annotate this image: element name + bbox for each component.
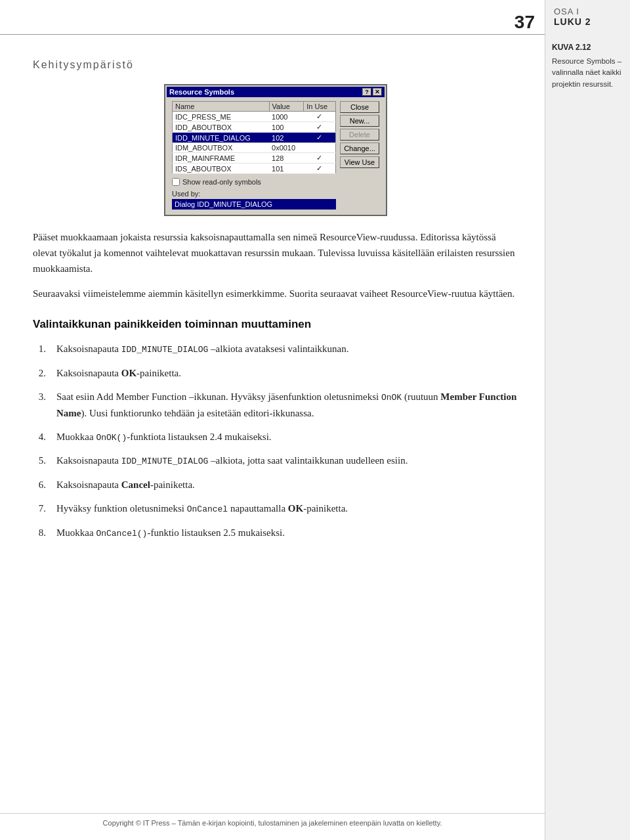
table-row[interactable]: IDR_MAINFRAME128✓ [173,153,336,164]
kuva-desc: Resource Symbols –valinnalla näet kaikki… [552,56,623,90]
dialog-close-btn[interactable]: ✕ [373,88,382,96]
list-text-part: ). Uusi funktiorunko tehdään ja esitetää… [81,408,314,418]
list-text-part: -funktio listauksen 2.5 mukaiseksi. [147,527,285,538]
list-text-part: -painiketta. [136,368,181,378]
list-content: Kaksoisnapauta OK-painiketta. [56,365,518,381]
list-text-part: -painiketta. [150,479,195,490]
list-text-part: –alkiota, jotta saat valintaikkunan uude… [208,455,408,466]
resource-inuse [304,143,336,153]
resource-inuse: ✓ [304,153,336,164]
table-row[interactable]: IDS_ABOUTBOX101✓ [173,164,336,174]
resource-inuse: ✓ [304,122,336,133]
list-text-part: (ruutuun [402,391,440,402]
col-name: Name [173,102,270,112]
list-item: 8.Muokkaa OnCancel()-funktio listauksen … [33,525,518,541]
dialog-help-btn[interactable]: ? [362,88,371,96]
list-number: 5. [33,453,46,469]
section-heading: Valintaikkunan painikkeiden toiminnan mu… [33,317,518,332]
body-text: Pääset muokkaamaan jokaista resurssia ka… [33,229,518,301]
list-item: 6.Kaksoisnapauta Cancel-painiketta. [33,477,518,493]
col-inuse: In Use [304,102,336,112]
table-row[interactable]: IDD_ABOUTBOX100✓ [173,122,336,133]
resource-name: IDS_ABOUTBOX [173,164,270,174]
resource-value: 0x0010 [269,143,304,153]
list-text-part: OnCancel() [96,529,147,539]
list-text-part: OnCancel [187,504,228,514]
list-content: Hyväksy funktion oletusnimeksi OnCancel … [56,500,518,517]
resource-value: 100 [269,122,304,133]
resource-table: Name Value In Use IDC_PRESS_ME1000✓IDD_A… [172,101,336,174]
resource-name: IDC_PRESS_ME [173,112,270,122]
list-text-part: Saat esiin Add Member Function –ikkunan.… [56,391,381,402]
list-text-part: Kaksoisnapauta [56,343,121,354]
list-item: 1.Kaksoisnapauta IDD_MINUTE_DIALOG –alki… [33,341,518,357]
used-by-label: Used by: [172,190,336,198]
resource-name: IDR_MAINFRAME [173,153,270,164]
list-content: Muokkaa OnOK()-funktiota listauksen 2.4 … [56,429,518,445]
list-text-part: Muokkaa [56,527,96,538]
list-number: 6. [33,477,46,493]
delete-button[interactable]: Delete [340,129,379,141]
dialog-body: Name Value In Use IDC_PRESS_ME1000✓IDD_A… [167,97,385,213]
list-text-part: napauttamalla [228,503,288,514]
list-number: 7. [33,500,46,517]
luku-label: LUKU 2 [554,16,621,27]
resource-value: 1000 [269,112,304,122]
resource-inuse: ✓ [304,112,336,122]
view-use-button[interactable]: View Use [340,156,379,168]
list-text-part: OnOK [381,393,402,403]
list-text-part: -painiketta. [303,503,348,514]
resource-name: IDM_ABOUTBOX [173,143,270,153]
dialog-titlebar: Resource Symbols ? ✕ [167,87,385,97]
dialog-left: Name Value In Use IDC_PRESS_ME1000✓IDD_A… [172,101,336,210]
show-readonly-checkbox[interactable] [172,178,180,186]
resource-inuse: ✓ [304,133,336,143]
list-text-part: IDD_MINUTE_DIALOG [121,345,209,355]
table-row[interactable]: IDC_PRESS_ME1000✓ [173,112,336,122]
change-button[interactable]: Change... [340,143,379,154]
list-number: 8. [33,525,46,541]
header-right: OSA I LUKU 2 [545,0,630,33]
new-button[interactable]: New... [340,115,379,127]
list-item: 5.Kaksoisnapauta IDD_MINUTE_DIALOG –alki… [33,453,518,469]
list-item: 3.Saat esiin Add Member Function –ikkuna… [33,389,518,421]
list-number: 1. [33,341,46,357]
main-content: Kehitysympäristö Resource Symbols ? ✕ Na… [0,0,545,588]
close-button[interactable]: Close [340,101,379,113]
resource-symbols-dialog: Resource Symbols ? ✕ Name Value In Use [164,84,387,216]
sidebar: OSA I LUKU 2 KUVA 2.12 Resource Symbols … [545,0,630,840]
list-content: Kaksoisnapauta IDD_MINUTE_DIALOG –alkiot… [56,453,518,469]
list-number: 2. [33,365,46,381]
numbered-list: 1.Kaksoisnapauta IDD_MINUTE_DIALOG –alki… [33,341,518,541]
list-content: Kaksoisnapauta Cancel-painiketta. [56,477,518,493]
list-text-part: -funktiota listauksen 2.4 mukaiseksi. [127,431,271,442]
resource-inuse: ✓ [304,164,336,174]
resource-value: 128 [269,153,304,164]
resource-value: 101 [269,164,304,174]
para1: Pääset muokkaamaan jokaista resurssia ka… [33,229,518,276]
dialog-title: Resource Symbols [169,88,234,96]
footer-text: Copyright © IT Press – Tämän e-kirjan ko… [103,819,442,827]
list-text-part: Kaksoisnapauta [56,368,121,378]
col-value: Value [269,102,304,112]
para2: Seuraavaksi viimeistelemme aiemmin käsit… [33,286,518,301]
show-readonly-row: Show read-only symbols [172,178,336,186]
footer: Copyright © IT Press – Tämän e-kirjan ko… [0,813,545,827]
dialog-columns: Name Value In Use IDC_PRESS_ME1000✓IDD_A… [172,101,379,210]
list-text-part: OK [121,368,136,378]
resource-name: IDD_MINUTE_DIALOG [173,133,270,143]
table-row[interactable]: IDD_MINUTE_DIALOG102✓ [173,133,336,143]
list-text-part: Kaksoisnapauta [56,455,121,466]
list-text-part: OK [288,503,303,514]
list-text-part: OnOK() [96,433,127,443]
list-number: 3. [33,389,46,421]
list-text-part: –alkiota avataksesi valintaikkunan. [208,343,348,354]
list-number: 4. [33,429,46,445]
dialog-right: Close New... Delete Change... View Use [340,101,379,210]
list-item: 7.Hyväksy funktion oletusnimeksi OnCance… [33,500,518,517]
table-row[interactable]: IDM_ABOUTBOX0x0010 [173,143,336,153]
list-text-part: Cancel [121,479,150,490]
list-text-part: Kaksoisnapauta [56,479,121,490]
list-item: 2.Kaksoisnapauta OK-painiketta. [33,365,518,381]
list-text-part: Hyväksy funktion oletusnimeksi [56,503,187,514]
